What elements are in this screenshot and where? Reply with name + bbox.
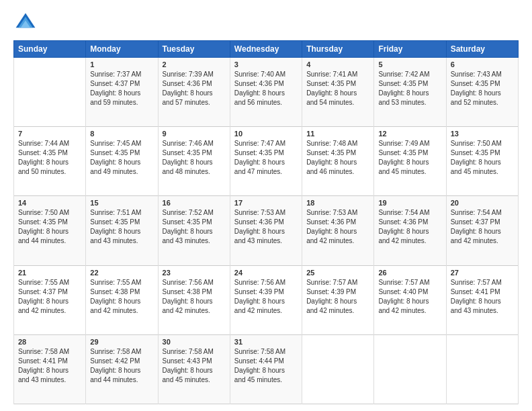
- day-info: Sunrise: 7:55 AMSunset: 4:37 PMDaylight:…: [18, 278, 81, 316]
- day-number: 12: [378, 130, 441, 138]
- day-number: 22: [90, 269, 153, 277]
- calendar-cell: 20Sunrise: 7:54 AMSunset: 4:37 PMDayligh…: [446, 196, 518, 265]
- calendar-cell: 27Sunrise: 7:57 AMSunset: 4:41 PMDayligh…: [446, 265, 518, 334]
- calendar-cell: [446, 334, 518, 404]
- day-info: Sunrise: 7:54 AMSunset: 4:37 PMDaylight:…: [451, 208, 514, 246]
- calendar-cell: 28Sunrise: 7:58 AMSunset: 4:41 PMDayligh…: [14, 334, 86, 404]
- calendar-cell: 8Sunrise: 7:45 AMSunset: 4:35 PMDaylight…: [86, 127, 158, 196]
- calendar-cell: 4Sunrise: 7:41 AMSunset: 4:35 PMDaylight…: [302, 58, 374, 127]
- calendar-cell: 16Sunrise: 7:52 AMSunset: 4:35 PMDayligh…: [158, 196, 230, 265]
- calendar-table: SundayMondayTuesdayWednesdayThursdayFrid…: [13, 40, 519, 404]
- day-number: 24: [234, 269, 298, 277]
- day-number: 15: [90, 199, 153, 207]
- day-number: 30: [163, 338, 226, 346]
- day-info: Sunrise: 7:53 AMSunset: 4:36 PMDaylight:…: [306, 208, 369, 246]
- day-info: Sunrise: 7:50 AMSunset: 4:35 PMDaylight:…: [18, 208, 81, 246]
- day-info: Sunrise: 7:57 AMSunset: 4:39 PMDaylight:…: [306, 278, 369, 316]
- calendar-cell: 6Sunrise: 7:43 AMSunset: 4:35 PMDaylight…: [446, 58, 518, 127]
- weekday-header-thursday: Thursday: [302, 41, 374, 58]
- day-info: Sunrise: 7:46 AMSunset: 4:35 PMDaylight:…: [163, 139, 226, 177]
- day-info: Sunrise: 7:53 AMSunset: 4:36 PMDaylight:…: [234, 208, 298, 246]
- calendar-cell: 5Sunrise: 7:42 AMSunset: 4:35 PMDaylight…: [374, 58, 446, 127]
- day-number: 19: [378, 199, 441, 207]
- day-number: 17: [234, 199, 298, 207]
- calendar-cell: 30Sunrise: 7:58 AMSunset: 4:43 PMDayligh…: [158, 334, 230, 404]
- day-number: 16: [163, 199, 226, 207]
- weekday-header-friday: Friday: [374, 41, 446, 58]
- day-number: 23: [163, 269, 226, 277]
- weekday-header-wednesday: Wednesday: [230, 41, 302, 58]
- calendar-cell: 26Sunrise: 7:57 AMSunset: 4:40 PMDayligh…: [374, 265, 446, 334]
- header: [13, 11, 519, 35]
- day-info: Sunrise: 7:41 AMSunset: 4:35 PMDaylight:…: [306, 70, 369, 107]
- calendar-cell: 25Sunrise: 7:57 AMSunset: 4:39 PMDayligh…: [302, 265, 374, 334]
- calendar-cell: 10Sunrise: 7:47 AMSunset: 4:35 PMDayligh…: [230, 127, 302, 196]
- day-info: Sunrise: 7:55 AMSunset: 4:38 PMDaylight:…: [90, 278, 153, 316]
- day-info: Sunrise: 7:56 AMSunset: 4:38 PMDaylight:…: [163, 278, 226, 316]
- calendar-cell: 2Sunrise: 7:39 AMSunset: 4:36 PMDaylight…: [158, 58, 230, 127]
- day-number: 18: [306, 199, 369, 207]
- day-number: 21: [18, 269, 81, 277]
- day-info: Sunrise: 7:54 AMSunset: 4:36 PMDaylight:…: [378, 208, 441, 246]
- day-number: 28: [18, 338, 81, 346]
- day-number: 5: [378, 60, 441, 68]
- day-number: 3: [234, 60, 298, 68]
- day-info: Sunrise: 7:47 AMSunset: 4:35 PMDaylight:…: [234, 139, 298, 177]
- weekday-header-row: SundayMondayTuesdayWednesdayThursdayFrid…: [14, 41, 519, 58]
- calendar-cell: 11Sunrise: 7:48 AMSunset: 4:35 PMDayligh…: [302, 127, 374, 196]
- day-info: Sunrise: 7:58 AMSunset: 4:41 PMDaylight:…: [18, 347, 81, 385]
- calendar-cell: 15Sunrise: 7:51 AMSunset: 4:35 PMDayligh…: [86, 196, 158, 265]
- calendar-cell: 22Sunrise: 7:55 AMSunset: 4:38 PMDayligh…: [86, 265, 158, 334]
- day-info: Sunrise: 7:58 AMSunset: 4:44 PMDaylight:…: [234, 347, 298, 385]
- calendar-cell: 31Sunrise: 7:58 AMSunset: 4:44 PMDayligh…: [230, 334, 302, 404]
- weekday-header-saturday: Saturday: [446, 41, 518, 58]
- calendar-cell: [302, 334, 374, 404]
- logo: [13, 11, 40, 35]
- logo-icon: [13, 11, 38, 35]
- day-number: 10: [234, 130, 298, 138]
- day-info: Sunrise: 7:42 AMSunset: 4:35 PMDaylight:…: [378, 70, 441, 107]
- week-row-2: 14Sunrise: 7:50 AMSunset: 4:35 PMDayligh…: [14, 196, 519, 265]
- calendar-cell: 23Sunrise: 7:56 AMSunset: 4:38 PMDayligh…: [158, 265, 230, 334]
- day-number: 31: [234, 338, 298, 346]
- calendar-cell: 1Sunrise: 7:37 AMSunset: 4:37 PMDaylight…: [86, 58, 158, 127]
- day-info: Sunrise: 7:57 AMSunset: 4:40 PMDaylight:…: [378, 278, 441, 316]
- week-row-0: 1Sunrise: 7:37 AMSunset: 4:37 PMDaylight…: [14, 58, 519, 127]
- day-info: Sunrise: 7:58 AMSunset: 4:43 PMDaylight:…: [163, 347, 226, 385]
- day-info: Sunrise: 7:44 AMSunset: 4:35 PMDaylight:…: [18, 139, 81, 177]
- day-info: Sunrise: 7:48 AMSunset: 4:35 PMDaylight:…: [306, 139, 369, 177]
- calendar-cell: 3Sunrise: 7:40 AMSunset: 4:36 PMDaylight…: [230, 58, 302, 127]
- calendar-cell: [374, 334, 446, 404]
- calendar-cell: [14, 58, 86, 127]
- week-row-4: 28Sunrise: 7:58 AMSunset: 4:41 PMDayligh…: [14, 334, 519, 404]
- day-info: Sunrise: 7:37 AMSunset: 4:37 PMDaylight:…: [90, 70, 153, 107]
- week-row-1: 7Sunrise: 7:44 AMSunset: 4:35 PMDaylight…: [14, 127, 519, 196]
- day-number: 13: [451, 130, 514, 138]
- week-row-3: 21Sunrise: 7:55 AMSunset: 4:37 PMDayligh…: [14, 265, 519, 334]
- day-number: 9: [163, 130, 226, 138]
- day-info: Sunrise: 7:39 AMSunset: 4:36 PMDaylight:…: [163, 70, 226, 107]
- day-number: 29: [90, 338, 153, 346]
- day-number: 2: [163, 60, 226, 68]
- weekday-header-monday: Monday: [86, 41, 158, 58]
- day-number: 6: [451, 60, 514, 68]
- day-info: Sunrise: 7:40 AMSunset: 4:36 PMDaylight:…: [234, 70, 298, 107]
- calendar-cell: 14Sunrise: 7:50 AMSunset: 4:35 PMDayligh…: [14, 196, 86, 265]
- day-number: 27: [451, 269, 514, 277]
- day-info: Sunrise: 7:57 AMSunset: 4:41 PMDaylight:…: [451, 278, 514, 316]
- day-number: 14: [18, 199, 81, 207]
- calendar-cell: 19Sunrise: 7:54 AMSunset: 4:36 PMDayligh…: [374, 196, 446, 265]
- day-number: 8: [90, 130, 153, 138]
- day-number: 25: [306, 269, 369, 277]
- calendar-cell: 24Sunrise: 7:56 AMSunset: 4:39 PMDayligh…: [230, 265, 302, 334]
- day-info: Sunrise: 7:56 AMSunset: 4:39 PMDaylight:…: [234, 278, 298, 316]
- day-info: Sunrise: 7:58 AMSunset: 4:42 PMDaylight:…: [90, 347, 153, 385]
- day-info: Sunrise: 7:50 AMSunset: 4:35 PMDaylight:…: [451, 139, 514, 177]
- calendar-cell: 18Sunrise: 7:53 AMSunset: 4:36 PMDayligh…: [302, 196, 374, 265]
- calendar-cell: 12Sunrise: 7:49 AMSunset: 4:35 PMDayligh…: [374, 127, 446, 196]
- calendar-cell: 17Sunrise: 7:53 AMSunset: 4:36 PMDayligh…: [230, 196, 302, 265]
- calendar-cell: 7Sunrise: 7:44 AMSunset: 4:35 PMDaylight…: [14, 127, 86, 196]
- day-number: 11: [306, 130, 369, 138]
- day-info: Sunrise: 7:51 AMSunset: 4:35 PMDaylight:…: [90, 208, 153, 246]
- calendar-cell: 21Sunrise: 7:55 AMSunset: 4:37 PMDayligh…: [14, 265, 86, 334]
